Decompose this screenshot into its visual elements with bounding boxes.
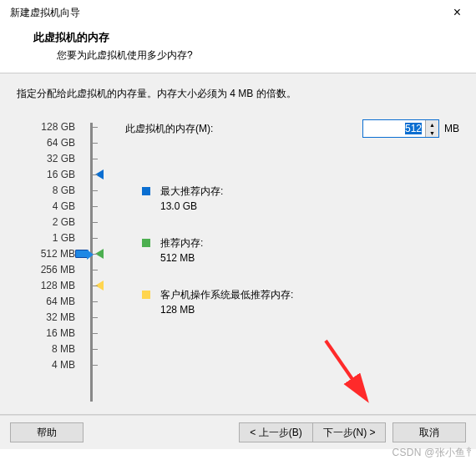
scale-label: 64 GB [17,135,75,151]
window-title: 新建虚拟机向导 [10,6,80,20]
wizard-body: 指定分配给此虚拟机的内存量。内存大小必须为 4 MB 的倍数。 128 GB 6… [0,73,476,414]
memory-unit: MB [444,123,459,134]
legend-rec-label: 推荐内存: [160,236,203,250]
legend-min: 客户机操作系统最低推荐内存: 128 MB [142,288,293,316]
legend-min-value: 128 MB [160,304,293,316]
description-text: 指定分配给此虚拟机的内存量。内存大小必须为 4 MB 的倍数。 [17,87,459,101]
memory-input[interactable] [363,120,425,137]
scale-label: 1 GB [17,230,75,246]
scale-label: 4 GB [17,199,75,215]
scale-label: 8 MB [17,341,75,357]
scale-label: 64 MB [17,294,75,310]
scale-label: 2 GB [17,215,75,230]
next-button[interactable]: 下一步(N) > [312,422,386,442]
square-green-icon [142,239,150,247]
help-button[interactable]: 帮助 [10,422,84,442]
legend-rec-value: 512 MB [160,252,203,264]
scale-label: 16 MB [17,326,75,341]
memory-spinner[interactable]: ▲ ▼ [362,119,439,138]
scale-label: 32 GB [17,151,75,167]
memory-label: 此虚拟机的内存(M): [125,122,362,136]
close-icon[interactable]: × [447,3,468,22]
cancel-button[interactable]: 取消 [392,422,466,442]
scale-label: 256 MB [17,262,75,278]
back-button[interactable]: < 上一步(B) [239,422,312,442]
square-yellow-icon [142,291,150,299]
scale-label: 16 GB [17,167,75,183]
scale-label: 512 MB [17,246,75,262]
scale-label: 8 GB [17,183,75,199]
spinner-up-icon[interactable]: ▲ [426,120,438,129]
page-title: 此虚拟机的内存 [33,30,443,45]
scale-label: 4 MB [17,357,75,373]
memory-scale: 128 GB 64 GB 32 GB 16 GB 8 GB 4 GB 2 GB … [17,119,75,373]
scale-label: 128 GB [17,119,75,135]
wizard-footer: 帮助 < 上一步(B) 下一步(N) > 取消 [0,415,476,449]
legend-min-label: 客户机操作系统最低推荐内存: [160,288,293,302]
page-subtitle: 您要为此虚拟机使用多少内存? [33,45,443,63]
spinner-down-icon[interactable]: ▼ [426,129,438,137]
slider-track [90,123,93,402]
scale-label: 128 MB [17,278,75,294]
legend-max-value: 13.0 GB [160,200,223,212]
square-blue-icon [142,187,150,195]
scale-label: 32 MB [17,310,75,326]
legend-max-label: 最大推荐内存: [160,185,223,199]
legend-rec: 推荐内存: 512 MB [142,236,203,264]
slider-thumb[interactable] [75,250,89,258]
memory-slider[interactable] [75,119,125,405]
wizard-header: 此虚拟机的内存 您要为此虚拟机使用多少内存? [0,25,476,73]
watermark-text: CSDN @张小鱼༒ [392,446,471,460]
legend-max: 最大推荐内存: 13.0 GB [142,185,223,212]
memory-right-column: 此虚拟机的内存(M): ▲ ▼ MB 最大推荐内存: 13.0 GB [125,119,459,171]
titlebar: 新建虚拟机向导 × [0,0,476,25]
